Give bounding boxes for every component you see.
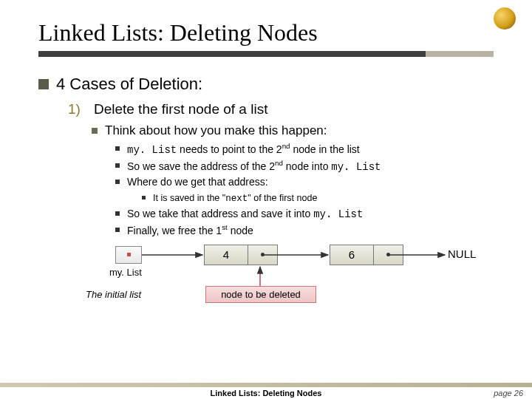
slide-title: Linked Lists: Deleting Nodes	[38, 19, 494, 51]
square-bullet-icon	[142, 196, 146, 200]
node-1: 4	[204, 245, 278, 265]
text-l1: 4 Cases of Deletion:	[56, 75, 202, 94]
detail-list: my. List needs to point to the 2nd node …	[115, 141, 494, 239]
detail-text-2: So we save the address of the 2nd node i…	[127, 158, 381, 175]
logo-badge	[494, 7, 516, 30]
t: Finally, we free the 1	[127, 225, 222, 236]
list-number: 1)	[68, 101, 81, 117]
t: node	[228, 225, 253, 236]
bullet-level3: Think about how you make this happen:	[92, 123, 494, 138]
sub-detail-text: It is saved in the "next" of the first n…	[153, 191, 317, 206]
square-bullet-icon	[115, 228, 120, 232]
detail-text-5: Finally, we free the 1st node	[127, 222, 253, 239]
code-next: next	[225, 194, 248, 204]
square-bullet-icon	[115, 180, 120, 184]
t: So we take that address and save it into	[127, 208, 313, 219]
initial-list-caption: The initial list	[86, 289, 141, 300]
text-l2: Delete the first node of a list	[94, 101, 268, 117]
square-bullet-icon	[115, 163, 120, 168]
bullet-level2: 1) Delete the first node of a list	[68, 101, 494, 117]
sup: st	[222, 223, 228, 231]
t: It is saved in the "	[153, 193, 225, 203]
sub-detail-item: It is saved in the "next" of the first n…	[142, 191, 494, 206]
text-l3: Think about how you make this happen:	[105, 123, 327, 138]
sup: nd	[275, 159, 283, 167]
square-bullet-icon	[92, 128, 98, 134]
footer-title: Linked Lists: Deleting Nodes	[0, 389, 532, 398]
node-next-pointer	[373, 245, 403, 265]
detail-text-4: So we take that address and save it into…	[127, 206, 363, 222]
pointer-dot-icon	[386, 253, 390, 256]
square-bullet-icon	[115, 211, 120, 216]
pointer-dot-icon	[261, 253, 265, 256]
node-value: 4	[205, 245, 248, 265]
square-bullet-icon	[115, 146, 120, 151]
node-next-pointer	[248, 245, 277, 265]
code-mylist: my. List	[127, 144, 177, 156]
sup: nd	[282, 142, 290, 150]
pointer-dot-icon	[127, 253, 131, 256]
footer-divider	[0, 383, 532, 387]
t: " of the first node	[248, 193, 317, 203]
detail-item: So we save the address of the 2nd node i…	[115, 158, 494, 175]
t: node in the list	[290, 143, 360, 155]
detail-item: my. List needs to point to the 2nd node …	[115, 141, 494, 158]
title-underline	[38, 51, 494, 57]
slide-body: Linked Lists: Deleting Nodes 4 Cases of …	[0, 0, 532, 289]
t: So we save the address of the 2	[127, 160, 275, 171]
node-2: 6	[330, 245, 403, 265]
t: needs to point to the 2	[177, 143, 282, 155]
t: node into	[283, 160, 331, 171]
page-number: page 26	[494, 389, 523, 398]
linked-list-diagram: my. List 4 6 NULL The initial list node …	[115, 245, 494, 289]
mylist-pointer-box	[115, 246, 142, 264]
code-mylist: my. List	[331, 160, 381, 172]
detail-item: Finally, we free the 1st node	[115, 222, 494, 239]
mylist-label: my. List	[109, 267, 142, 278]
square-bullet-icon	[38, 79, 49, 89]
detail-item: So we take that address and save it into…	[115, 206, 494, 222]
code-mylist: my. List	[313, 208, 363, 220]
detail-text-1: my. List needs to point to the 2nd node …	[127, 141, 360, 158]
bullet-level1: 4 Cases of Deletion:	[38, 75, 494, 94]
detail-item: Where do we get that address:	[115, 174, 494, 190]
detail-text-3: Where do we get that address:	[127, 174, 268, 190]
null-label: NULL	[448, 248, 476, 260]
node-to-delete-label: node to be deleted	[205, 286, 316, 303]
node-value: 6	[330, 245, 373, 265]
